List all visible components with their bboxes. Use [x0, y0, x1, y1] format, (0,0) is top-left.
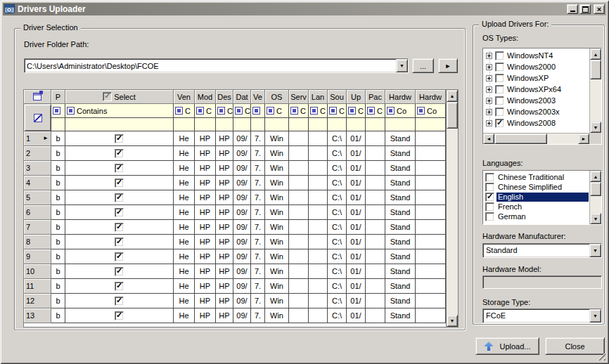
- os-type-checkbox[interactable]: [495, 108, 504, 117]
- os-types-horizontal-scrollbar[interactable]: ◄ ►: [483, 133, 589, 144]
- os-scroll-thumb[interactable]: [590, 60, 601, 79]
- filter-cell-hardw[interactable]: Co: [416, 104, 446, 118]
- os-scroll-up-button[interactable]: ▲: [590, 48, 601, 60]
- filter-cell-hardw[interactable]: Co: [385, 104, 416, 118]
- language-checkbox[interactable]: [485, 173, 494, 182]
- clear-filter-button[interactable]: [24, 104, 51, 131]
- filter-cell-ve[interactable]: [251, 104, 265, 118]
- storage-type-dropdown-button[interactable]: ▼: [589, 309, 601, 323]
- os-type-item[interactable]: Windows2000: [483, 61, 589, 72]
- column-header-p[interactable]: P: [51, 90, 65, 104]
- table-row[interactable]: 10bHeHPHP09/7.WinC:\01/Stand: [24, 264, 446, 279]
- row-header[interactable]: 11: [24, 279, 51, 294]
- table-row[interactable]: 9bHeHPHP09/7.WinC:\01/Stand: [24, 249, 446, 264]
- filter-input-dat[interactable]: [233, 118, 251, 131]
- languages-scroll-track[interactable]: [590, 196, 601, 213]
- filter-cell-up[interactable]: C: [347, 104, 366, 118]
- row-select-checkbox[interactable]: [115, 311, 124, 320]
- row-select-checkbox[interactable]: [115, 178, 124, 188]
- os-type-item[interactable]: WindowsNT4: [483, 50, 589, 61]
- storage-type-combobox[interactable]: FCoE ▼: [482, 308, 602, 323]
- grid-scroll-track[interactable]: [447, 129, 458, 315]
- os-type-item[interactable]: Windows2008: [483, 117, 589, 129]
- filter-cell-mod[interactable]: C: [195, 104, 216, 118]
- filter-cell-ven[interactable]: C: [174, 104, 195, 118]
- column-header-hardw[interactable]: Hardw: [416, 90, 446, 104]
- filter-operator-icon[interactable]: [348, 107, 356, 115]
- languages-scroll-up-button[interactable]: ▲: [590, 171, 601, 182]
- os-scroll-right-button[interactable]: ►: [578, 134, 589, 144]
- os-type-item[interactable]: Windows2003x: [483, 106, 589, 117]
- filter-input-pac[interactable]: [366, 118, 385, 131]
- row-select-checkbox[interactable]: [115, 134, 124, 143]
- filter-cell-dat[interactable]: C: [233, 104, 251, 118]
- languages-vertical-scrollbar[interactable]: ▲ ▼: [589, 171, 601, 224]
- os-scroll-down-button[interactable]: ▼: [590, 122, 601, 133]
- os-type-checkbox[interactable]: [495, 63, 504, 72]
- filter-cell-os[interactable]: C: [265, 104, 289, 118]
- table-row[interactable]: 11bHeHPHP09/7.WinC:\01/Stand: [24, 279, 446, 294]
- filter-input-os[interactable]: [265, 118, 289, 131]
- filter-cell-lan[interactable]: C: [309, 104, 328, 118]
- column-header-hardw[interactable]: Hardw: [385, 90, 416, 104]
- expand-icon[interactable]: [486, 109, 492, 115]
- hardware-manufacturer-dropdown-button[interactable]: ▼: [589, 244, 601, 257]
- table-row[interactable]: 4bHeHPHP09/7.WinC:\01/Stand: [24, 176, 446, 190]
- expand-icon[interactable]: [486, 75, 492, 82]
- row-header[interactable]: 13: [24, 308, 51, 323]
- filter-operator-icon[interactable]: [310, 107, 318, 115]
- filter-operator-icon[interactable]: [290, 107, 298, 115]
- upload-button[interactable]: Upload...: [475, 337, 539, 355]
- row-select-checkbox[interactable]: [115, 208, 124, 217]
- expand-icon[interactable]: [486, 98, 492, 104]
- filter-operator-icon[interactable]: [367, 107, 375, 115]
- folder-path-input[interactable]: [25, 59, 396, 72]
- row-select-checkbox[interactable]: [115, 252, 124, 261]
- filter-input-sou[interactable]: [328, 118, 347, 131]
- table-row[interactable]: 13bHeHPHP09/7.WinC:\01/Stand: [24, 308, 446, 323]
- os-type-item[interactable]: WindowsXPx64: [483, 84, 589, 95]
- filter-cell-select[interactable]: Contains: [65, 104, 174, 118]
- filter-cell-serv[interactable]: C: [289, 104, 309, 118]
- language-item[interactable]: French: [484, 202, 589, 212]
- column-header-pac[interactable]: Pac: [366, 90, 385, 104]
- language-item[interactable]: Chinese Traditional: [484, 172, 589, 182]
- hardware-manufacturer-combobox[interactable]: Standard ▼: [482, 243, 602, 258]
- row-header[interactable]: 12: [24, 294, 51, 308]
- os-type-checkbox[interactable]: [495, 96, 504, 105]
- row-header[interactable]: 4: [24, 176, 51, 190]
- grid-scroll-thumb[interactable]: [447, 102, 458, 129]
- filter-operator-icon[interactable]: [329, 107, 337, 115]
- os-type-item[interactable]: WindowsXP: [483, 72, 589, 84]
- filter-input-des[interactable]: [216, 118, 233, 131]
- row-header[interactable]: 8: [24, 235, 51, 249]
- column-header-dat[interactable]: Dat: [233, 90, 251, 104]
- row-header[interactable]: 10: [24, 264, 51, 279]
- grid-scroll-down-button[interactable]: ▼: [447, 315, 458, 327]
- filter-input-select[interactable]: [65, 118, 174, 131]
- column-header-up[interactable]: Up: [347, 90, 366, 104]
- filter-cell-pac[interactable]: C: [366, 104, 385, 118]
- column-header-ven[interactable]: Ven: [174, 90, 195, 104]
- browse-button[interactable]: ...: [412, 58, 434, 73]
- expand-icon[interactable]: [486, 64, 492, 70]
- language-item[interactable]: Chinese Simplified: [484, 182, 589, 192]
- column-header-mod[interactable]: Mod: [195, 90, 216, 104]
- expand-icon[interactable]: [486, 120, 492, 126]
- table-row[interactable]: 12bHeHPHP09/7.WinC:\01/Stand: [24, 294, 446, 308]
- row-header[interactable]: 3: [24, 161, 51, 176]
- language-checkbox[interactable]: [485, 193, 494, 202]
- row-header[interactable]: 2: [24, 146, 51, 161]
- row-select-checkbox[interactable]: [115, 193, 124, 202]
- filter-operator-icon[interactable]: [175, 107, 183, 115]
- os-types-vertical-scrollbar[interactable]: ▲ ▼: [589, 48, 601, 133]
- os-hscroll-track[interactable]: [547, 134, 578, 144]
- row-select-checkbox[interactable]: [115, 282, 124, 291]
- table-row[interactable]: 1►bHeHPHP09/7.WinC:\01/Stand: [24, 131, 446, 146]
- close-button[interactable]: Close: [545, 337, 605, 355]
- filter-input-up[interactable]: [347, 118, 366, 131]
- row-header[interactable]: 9: [24, 249, 51, 264]
- os-scroll-track[interactable]: [590, 79, 601, 122]
- column-header-lan[interactable]: Lan: [309, 90, 328, 104]
- table-row[interactable]: 3bHeHPHP09/7.WinC:\01/Stand: [24, 161, 446, 176]
